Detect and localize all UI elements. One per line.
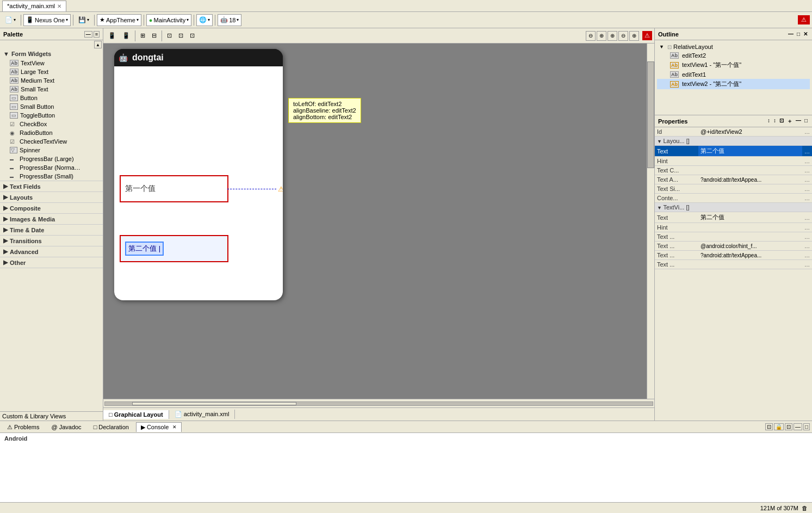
toolbar-new-btn[interactable]: 📄 ▾ <box>2 14 18 27</box>
console-maximize-btn[interactable]: □ <box>803 423 810 430</box>
id-more-button[interactable]: … <box>804 129 810 135</box>
locale-selector[interactable]: 🌐 ▾ <box>196 14 213 26</box>
canvas-landscape-btn[interactable]: 📱 <box>120 29 133 42</box>
palette-item-textview[interactable]: Ab TextView <box>0 59 103 67</box>
main-tab[interactable]: *activity_main.xml ✕ <box>2 1 66 11</box>
outline-item-textview2[interactable]: Ab textView2 - "第二个值" <box>657 79 810 89</box>
palette-item-checked-textview[interactable]: ☑ CheckedTextView <box>0 137 103 146</box>
outline-item-edittext1[interactable]: Ab editText1 <box>657 70 810 79</box>
canvas-grid2-btn[interactable]: ⊟ <box>149 29 159 42</box>
text4-more-button[interactable]: … <box>804 243 810 249</box>
palette-menu-btn[interactable]: ≡ <box>94 31 100 38</box>
palette-scroll-up-btn[interactable]: ▲ <box>94 41 102 48</box>
console-toolbar-btn1[interactable]: ⊡ <box>765 423 773 430</box>
console-minimize-btn[interactable]: — <box>794 423 802 430</box>
text3-more-button[interactable]: … <box>804 234 810 240</box>
layouts-header[interactable]: ▶ Layouts <box>0 192 103 202</box>
palette-item-small-text[interactable]: Ab Small Text <box>0 85 103 94</box>
outline-item-edittext2[interactable]: Ab editText2 <box>657 51 810 60</box>
prop-text3-more-btn[interactable]: … <box>802 232 812 242</box>
console-close-icon[interactable]: ✕ <box>172 424 177 430</box>
hint-tv-more-button[interactable]: … <box>804 225 810 231</box>
prop-text5-more-btn[interactable]: … <box>802 251 812 260</box>
device-selector[interactable]: 📱 Nexus One ▾ <box>23 14 71 26</box>
palette-item-large-text[interactable]: Ab Large Text <box>0 67 103 76</box>
advanced-header[interactable]: ▶ Advanced <box>0 246 103 257</box>
other-header[interactable]: ▶ Other <box>0 257 103 268</box>
prop-textsi-more-btn[interactable]: … <box>802 184 812 194</box>
xml-tab[interactable]: 📄 activity_main.xml <box>169 410 235 419</box>
prop-hint-more-btn[interactable]: … <box>802 157 812 166</box>
outline-item-relativelayout[interactable]: ▼ ⊡ RelativeLayout <box>657 42 810 51</box>
trash-icon[interactable]: 🗑 <box>802 505 808 511</box>
outline-item-textview1[interactable]: Ab textView1 - "第一个值" <box>657 60 810 70</box>
palette-item-toggle-button[interactable]: ▭ ToggleButton <box>0 111 103 120</box>
canvas-icon2-btn[interactable]: ⊡ <box>176 29 186 42</box>
canvas-hscroll[interactable] <box>103 399 654 407</box>
javadoc-tab[interactable]: @ Javadoc <box>46 422 86 431</box>
prop-add-btn[interactable]: ＋ <box>786 117 794 126</box>
prop-text-hl-more-btn[interactable]: … <box>802 146 812 157</box>
textsi-more-button[interactable]: … <box>804 186 810 192</box>
palette-item-medium-text[interactable]: Ab Medium Text <box>0 76 103 85</box>
canvas-icon1-btn[interactable]: ⊡ <box>164 29 175 42</box>
palette-item-button[interactable]: ▭ Button <box>0 94 103 102</box>
prop-texta-more-btn[interactable]: … <box>802 175 812 184</box>
prop-text6-more-btn[interactable]: … <box>802 260 812 269</box>
outline-maximize-btn[interactable]: □ <box>796 30 801 38</box>
console-toolbar-btn2[interactable]: 🔒 <box>774 423 784 430</box>
properties-maximize-btn[interactable]: □ <box>803 117 809 126</box>
outline-minimize-btn[interactable]: — <box>787 30 795 38</box>
palette-minimize-btn[interactable]: — <box>84 31 92 38</box>
edittext2-widget[interactable]: 第二个值 | ↓ ⚠ <box>120 235 228 262</box>
canvas-icon3-btn[interactable]: ⊡ <box>187 29 197 42</box>
palette-item-spinner[interactable]: ▽ Spinner <box>0 146 103 154</box>
palette-item-progressbar-small[interactable]: ▬ ProgressBar (Small) <box>0 172 103 181</box>
prop-text-tv-more-btn[interactable]: … <box>802 212 812 223</box>
time-date-header[interactable]: ▶ Time & Date <box>0 225 103 235</box>
conte-more-button[interactable]: … <box>804 195 810 201</box>
composite-header[interactable]: ▶ Composite <box>0 203 103 213</box>
palette-item-progressbar-large[interactable]: ▬ ProgressBar (Large) <box>0 154 103 163</box>
graphical-layout-tab[interactable]: □ Graphical Layout <box>103 410 169 419</box>
images-media-header[interactable]: ▶ Images & Media <box>0 214 103 224</box>
texta-more-button[interactable]: … <box>804 177 810 183</box>
hint-more-button[interactable]: … <box>804 158 810 164</box>
error-indicator[interactable]: ⚠ <box>798 15 810 24</box>
palette-item-checkbox[interactable]: ☑ CheckBox <box>0 120 103 128</box>
prop-sort2-btn[interactable]: ↕ <box>772 117 777 126</box>
activity-selector[interactable]: ● MainActivity ▾ <box>146 14 191 26</box>
prop-filter-btn[interactable]: ⊡ <box>778 117 785 126</box>
text-fields-header[interactable]: ▶ Text Fields <box>0 181 103 191</box>
properties-minimize-btn[interactable]: — <box>795 117 802 126</box>
prop-conte-more-btn[interactable]: … <box>802 194 812 203</box>
zoom-in2-btn[interactable]: ⊕ <box>608 31 617 41</box>
api-selector[interactable]: 🤖 18 ▾ <box>218 14 241 26</box>
prop-id-more-btn[interactable]: … <box>802 127 812 137</box>
zoom-reset-btn[interactable]: ⊕ <box>629 31 639 41</box>
save-btn[interactable]: 💾 ▾ <box>76 14 92 27</box>
console-toolbar-btn3[interactable]: ⊡ <box>785 423 792 430</box>
canvas-vscrollbar[interactable] <box>647 44 654 399</box>
text-tv-more-button[interactable]: … <box>804 215 810 221</box>
palette-item-radiobutton[interactable]: ◉ RadioButton <box>0 128 103 137</box>
edittext1-widget[interactable]: 第一个值 ⚠ <box>120 175 228 202</box>
console-tab[interactable]: ▶ Console ✕ <box>136 422 182 432</box>
form-widgets-header[interactable]: ▼ Form Widgets <box>0 49 103 59</box>
transitions-header[interactable]: ▶ Transitions <box>0 236 103 246</box>
outline-close-btn[interactable]: ✕ <box>802 30 809 38</box>
prop-sort-btn[interactable]: ↕ <box>766 117 771 126</box>
declaration-tab[interactable]: □ Declaration <box>89 422 134 431</box>
textc-more-button[interactable]: … <box>804 168 810 174</box>
zoom-in-btn[interactable]: ⊕ <box>597 31 606 41</box>
tab-close-icon[interactable]: ✕ <box>57 3 61 9</box>
prop-hint-tv-more-btn[interactable]: … <box>802 223 812 232</box>
prop-textc-more-btn[interactable]: … <box>802 166 812 175</box>
properties-scroll[interactable]: Id @+id/textView2 … <box>655 127 812 421</box>
zoom-out2-btn[interactable]: ⊖ <box>618 31 628 41</box>
text-hl-more-button[interactable]: … <box>804 149 810 154</box>
custom-library-views-item[interactable]: Custom & Library Views <box>0 412 103 421</box>
canvas-grid-btn[interactable]: ⊞ <box>138 29 148 42</box>
canvas-content[interactable]: toLeftOf: editText2 alignBaseline: editT… <box>103 44 654 399</box>
palette-item-small-button[interactable]: ▭ Small Button <box>0 102 103 111</box>
